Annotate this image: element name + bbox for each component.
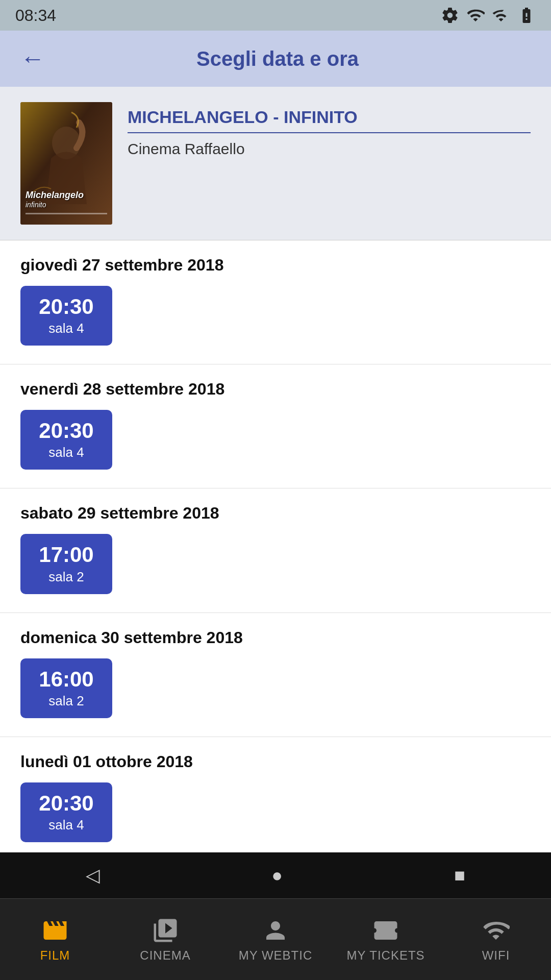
page-title: Scegli data e ora — [45, 47, 510, 70]
day-label: sabato 29 settembre 2018 — [20, 504, 531, 523]
movie-poster: Michelangeloinfinito — [20, 102, 112, 225]
bottom-nav: FILMCINEMAMY WEBTICMY TICKETSWIFI — [0, 898, 551, 980]
mytickets-nav-label: MY TICKETS — [346, 948, 424, 963]
movie-title: MICHELANGELO - INFINITO — [128, 107, 531, 133]
schedule-day: giovedì 27 settembre 201820:30sala 4 — [0, 240, 551, 364]
showtime-time: 20:30 — [39, 295, 93, 318]
battery-icon — [517, 6, 536, 24]
android-recent-button[interactable]: ■ — [454, 865, 465, 886]
android-back-button[interactable]: ◁ — [86, 865, 100, 886]
wifi-nav-label: WIFI — [482, 948, 510, 963]
page-header: ← Scegli data e ora — [0, 31, 551, 87]
gear-icon — [441, 6, 459, 24]
showtime-time: 20:30 — [39, 792, 93, 815]
mytickets-nav-icon — [372, 917, 399, 944]
nav-item-wifi[interactable]: WIFI — [450, 917, 542, 963]
showtime-sala: sala 4 — [48, 321, 84, 336]
schedule-day: lunedì 01 ottobre 201820:30sala 4 — [0, 737, 551, 861]
showtime-time: 20:30 — [39, 419, 93, 443]
status-icons — [441, 6, 536, 24]
day-label: venerdì 28 settembre 2018 — [20, 380, 531, 399]
nav-item-mytickets[interactable]: MY TICKETS — [340, 917, 432, 963]
showtime-button[interactable]: 17:00sala 2 — [20, 534, 112, 594]
movie-cinema: Cinema Raffaello — [128, 140, 531, 158]
cinema-nav-icon — [152, 917, 179, 944]
schedule-day: domenica 30 settembre 201816:00sala 2 — [0, 613, 551, 737]
signal-icon — [492, 6, 510, 24]
showtime-sala: sala 4 — [48, 445, 84, 460]
mywebtic-nav-icon — [262, 917, 289, 944]
status-bar: 08:34 — [0, 0, 551, 31]
nav-item-film[interactable]: FILM — [9, 917, 101, 963]
wifi-icon — [466, 6, 485, 24]
android-home-button[interactable]: ● — [271, 865, 283, 886]
showtime-button[interactable]: 16:00sala 2 — [20, 658, 112, 718]
back-button[interactable]: ← — [20, 46, 45, 71]
day-label: giovedì 27 settembre 2018 — [20, 256, 531, 275]
nav-item-mywebtic[interactable]: MY WEBTIC — [230, 917, 321, 963]
poster-text: Michelangeloinfinito — [26, 190, 84, 209]
status-time: 08:34 — [15, 6, 56, 25]
wifi-nav-icon — [482, 917, 510, 944]
android-nav: ◁ ● ■ — [0, 852, 551, 898]
showtime-button[interactable]: 20:30sala 4 — [20, 410, 112, 470]
film-nav-icon — [41, 917, 69, 944]
showtime-sala: sala 2 — [48, 569, 84, 585]
showtime-time: 16:00 — [39, 668, 93, 691]
schedule-day: sabato 29 settembre 201817:00sala 2 — [0, 488, 551, 612]
poster-art: Michelangeloinfinito — [20, 102, 112, 225]
cinema-nav-label: CINEMA — [140, 948, 190, 963]
day-label: domenica 30 settembre 2018 — [20, 628, 531, 647]
showtime-button[interactable]: 20:30sala 4 — [20, 782, 112, 842]
showtime-sala: sala 4 — [48, 817, 84, 833]
showtime-sala: sala 2 — [48, 693, 84, 709]
day-label: lunedì 01 ottobre 2018 — [20, 752, 531, 771]
movie-info: MICHELANGELO - INFINITO Cinema Raffaello — [128, 102, 531, 158]
movie-card: Michelangeloinfinito MICHELANGELO - INFI… — [0, 87, 551, 240]
showtime-time: 17:00 — [39, 543, 93, 567]
film-nav-label: FILM — [40, 948, 70, 963]
mywebtic-nav-label: MY WEBTIC — [239, 948, 313, 963]
schedule-day: venerdì 28 settembre 201820:30sala 4 — [0, 364, 551, 488]
nav-item-cinema[interactable]: CINEMA — [119, 917, 211, 963]
showtime-button[interactable]: 20:30sala 4 — [20, 286, 112, 346]
